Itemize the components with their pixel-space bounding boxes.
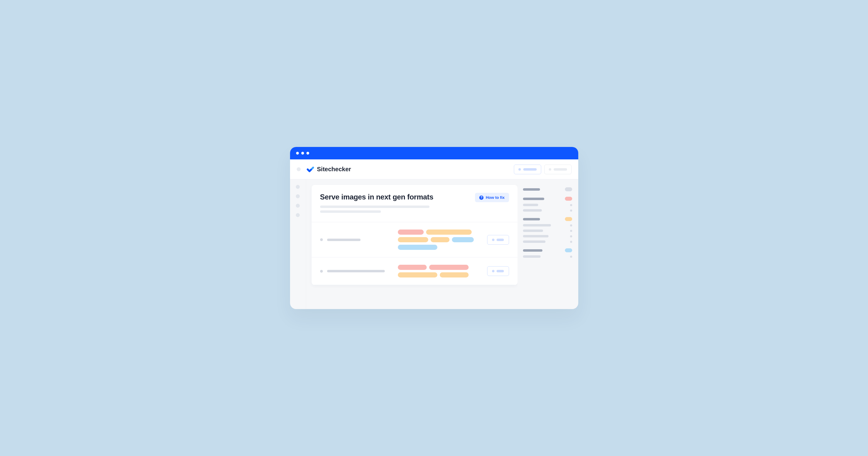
sidebar-heading	[523, 249, 542, 252]
issue-tags	[398, 230, 479, 250]
sidebar-item[interactable]	[523, 235, 549, 237]
header-primary-button[interactable]	[514, 165, 541, 174]
sidebar-count-badge	[565, 187, 572, 191]
placeholder-line	[554, 168, 567, 171]
tag-critical	[429, 265, 469, 270]
sidebar-heading	[523, 188, 540, 191]
checkmark-logo-icon	[307, 166, 314, 173]
placeholder-dot	[549, 168, 551, 171]
issue-url-placeholder	[320, 238, 390, 241]
nav-item[interactable]	[296, 194, 300, 198]
sidebar-group	[523, 248, 572, 258]
how-to-fix-button[interactable]: ? How to fix	[475, 193, 509, 202]
tag-info	[452, 237, 474, 242]
issue-row	[312, 222, 518, 257]
nav-item[interactable]	[296, 213, 300, 217]
sidebar-item-dot	[570, 230, 572, 232]
brand-name: Sitechecker	[317, 166, 351, 173]
row-action-button[interactable]	[487, 266, 509, 276]
tag-warning	[426, 230, 472, 235]
sidebar-count-badge-warning	[565, 217, 572, 221]
sidebar-group	[523, 197, 572, 211]
sidebar-group	[523, 187, 572, 191]
left-nav-rail	[290, 180, 306, 309]
sidebar-heading	[523, 198, 544, 200]
menu-toggle[interactable]	[297, 167, 301, 171]
tag-warning	[440, 272, 469, 278]
tag-critical	[398, 265, 427, 270]
sidebar-item-dot	[570, 204, 572, 206]
page-title: Serve images in next gen formats	[320, 193, 433, 201]
brand-logo[interactable]: Sitechecker	[307, 166, 351, 173]
tag-warning	[398, 237, 428, 242]
window-maximize-dot[interactable]	[306, 152, 309, 155]
sidebar-item[interactable]	[523, 224, 551, 226]
sidebar-heading	[523, 218, 540, 220]
issue-url-placeholder	[320, 270, 390, 273]
app-body: Serve images in next gen formats ? How t…	[290, 180, 578, 309]
issue-row	[312, 257, 518, 285]
sidebar-item[interactable]	[523, 240, 546, 243]
sidebar-item[interactable]	[523, 230, 543, 232]
tag-info	[398, 245, 437, 250]
app-header: Sitechecker	[290, 159, 578, 180]
placeholder-line	[523, 168, 537, 171]
tag-critical	[398, 230, 424, 235]
sidebar-item-dot	[570, 241, 572, 243]
tag-warning	[431, 237, 450, 242]
sidebar-count-badge-info	[565, 248, 572, 252]
window-minimize-dot[interactable]	[301, 152, 304, 155]
sidebar-item-dot	[570, 224, 572, 226]
window-title-bar	[290, 147, 578, 159]
row-action-button[interactable]	[487, 235, 509, 245]
nav-item[interactable]	[296, 185, 300, 189]
card-header: Serve images in next gen formats ? How t…	[312, 185, 518, 222]
main-content: Serve images in next gen formats ? How t…	[306, 180, 518, 309]
sidebar-item-dot	[570, 235, 572, 237]
issue-tags	[398, 265, 479, 278]
help-icon: ?	[479, 196, 484, 200]
window-close-dot[interactable]	[296, 152, 299, 155]
issue-card: Serve images in next gen formats ? How t…	[312, 185, 518, 285]
tag-warning	[398, 272, 437, 278]
sidebar-count-badge-critical	[565, 197, 572, 201]
header-secondary-button[interactable]	[544, 165, 571, 174]
sidebar-item[interactable]	[523, 209, 542, 211]
right-sidebar	[518, 180, 578, 309]
sidebar-item[interactable]	[523, 255, 540, 258]
sidebar-item-dot	[570, 209, 572, 211]
sidebar-item[interactable]	[523, 204, 538, 206]
how-to-fix-label: How to fix	[486, 195, 504, 200]
sidebar-group	[523, 217, 572, 243]
nav-item[interactable]	[296, 204, 300, 208]
page-description-placeholder	[320, 205, 433, 213]
browser-window: Sitechecker Serve images in next gen for…	[290, 147, 578, 309]
placeholder-dot	[519, 168, 521, 171]
sidebar-item-dot	[570, 256, 572, 258]
